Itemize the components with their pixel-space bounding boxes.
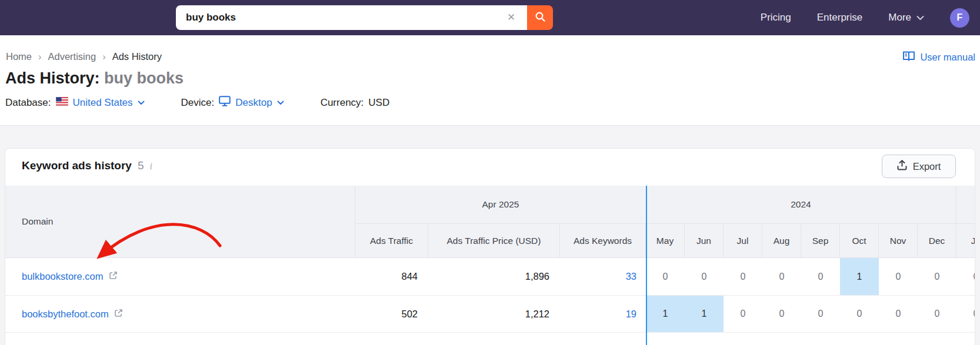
month-cell: 0 xyxy=(956,258,975,295)
month-cell: 0 xyxy=(724,258,762,295)
nav-more-menu[interactable]: More xyxy=(888,12,924,24)
month-cell: 0 xyxy=(801,296,840,332)
group-header-2024: 2024 xyxy=(646,186,956,224)
export-icon xyxy=(897,160,907,173)
user-manual-label: User manual xyxy=(920,52,975,63)
month-cell-highlighted: 1 xyxy=(646,296,685,332)
month-cell: 0 xyxy=(956,296,975,332)
search-input[interactable] xyxy=(176,5,527,30)
table-row: booksbythefoot.com5021,21219110000000 xyxy=(5,295,975,332)
avatar[interactable]: F xyxy=(950,8,969,28)
timeline-divider-line xyxy=(646,186,647,345)
clear-search-icon[interactable]: ✕ xyxy=(505,12,517,24)
ads-traffic-price-cell: 1,896 xyxy=(428,258,560,295)
currency-filter: Currency: USD xyxy=(321,97,390,109)
user-manual-link[interactable]: User manual xyxy=(902,51,975,64)
breadcrumb-separator-icon: › xyxy=(102,51,106,62)
top-navbar: ✕ Pricing Enterprise More F xyxy=(0,0,980,35)
book-icon xyxy=(902,51,915,64)
month-cell: 0 xyxy=(724,296,762,332)
breadcrumb: Home › Advertising › Ads History xyxy=(6,51,162,62)
chevron-down-icon xyxy=(277,101,284,105)
panel-header: Keyword ads history 5 i Export xyxy=(5,149,975,186)
month-cell: 0 xyxy=(685,258,724,295)
info-icon[interactable]: i xyxy=(149,161,152,172)
filter-bar: Database: United States Device: Desktop … xyxy=(5,96,389,109)
column-header-month: Jun xyxy=(685,224,724,257)
search-icon xyxy=(535,11,546,24)
chevron-down-icon xyxy=(916,12,924,23)
group-header-next xyxy=(956,186,975,224)
external-link-icon[interactable] xyxy=(114,309,123,320)
export-button[interactable]: Export xyxy=(882,155,956,178)
nav-link-pricing[interactable]: Pricing xyxy=(761,12,791,24)
domain-cell: booksbythefoot.com xyxy=(5,296,355,332)
column-header-ads-traffic-price-usd-: Ads Traffic Price (USD) xyxy=(428,224,560,257)
month-cell: 0 xyxy=(762,296,801,332)
page-title: Ads History: buy books xyxy=(5,69,184,88)
database-value: United States xyxy=(73,97,133,109)
breadcrumb-separator-icon: › xyxy=(38,51,42,62)
month-cell: 0 xyxy=(646,258,685,295)
panel-title: Keyword ads history xyxy=(22,159,132,172)
month-cell: 0 xyxy=(762,258,801,295)
column-header-month: Sep xyxy=(801,224,840,257)
currency-label: Currency: xyxy=(321,97,364,109)
device-select[interactable]: Desktop xyxy=(219,96,284,109)
month-cell: 0 xyxy=(879,258,918,295)
domain-link[interactable]: bulkbookstore.com xyxy=(22,271,104,282)
breadcrumb-advertising[interactable]: Advertising xyxy=(48,51,96,62)
month-cell-highlighted: 1 xyxy=(840,258,879,295)
page-title-keyword: buy books xyxy=(104,69,184,87)
domain-link[interactable]: booksbythefoot.com xyxy=(22,309,109,320)
column-header-domain: Domain xyxy=(5,186,355,257)
column-header-month: Jul xyxy=(724,224,762,257)
chevron-down-icon xyxy=(138,101,145,105)
ads-keywords-link[interactable]: 19 xyxy=(560,296,646,332)
month-cell: 0 xyxy=(918,296,956,332)
ads-traffic-cell: 844 xyxy=(355,258,428,295)
nav-link-enterprise[interactable]: Enterprise xyxy=(817,12,862,24)
currency-value: USD xyxy=(368,97,389,109)
column-header-month: Aug xyxy=(762,224,801,257)
device-label: Device: xyxy=(181,97,215,109)
month-cell: 0 xyxy=(840,296,879,332)
domain-cell: bulkbookstore.com xyxy=(5,258,355,295)
keyword-ads-history-panel: Keyword ads history 5 i Export DomainApr… xyxy=(5,148,975,345)
ads-history-table: DomainApr 20252024Ads TrafficAds Traffic… xyxy=(5,186,975,345)
device-value: Desktop xyxy=(235,97,272,109)
ads-traffic-price-cell: 1,212 xyxy=(428,296,560,332)
page-title-prefix: Ads History: xyxy=(5,69,100,87)
table-header: DomainApr 20252024Ads TrafficAds Traffic… xyxy=(5,186,975,258)
column-header-month: Nov xyxy=(879,224,918,257)
table-row: bulkbookstore.com8441,89633000001000 xyxy=(5,258,975,295)
column-header-month: Dec xyxy=(918,224,956,257)
column-header-ads-traffic: Ads Traffic xyxy=(355,224,428,257)
database-select[interactable]: United States xyxy=(73,97,145,109)
month-cell: 0 xyxy=(918,258,956,295)
table-row-partial xyxy=(5,332,975,345)
database-label: Database: xyxy=(5,97,51,109)
device-filter: Device: Desktop xyxy=(181,96,284,109)
column-header-month: Oct xyxy=(840,224,879,257)
keyword-search: ✕ xyxy=(176,5,553,30)
breadcrumb-ads-history: Ads History xyxy=(112,51,162,62)
panel-count: 5 xyxy=(138,159,144,172)
ads-keywords-link[interactable]: 33 xyxy=(560,258,646,295)
navbar-links: Pricing Enterprise More F xyxy=(761,0,969,35)
month-cell: 0 xyxy=(801,258,840,295)
search-button[interactable] xyxy=(527,5,553,30)
export-label: Export xyxy=(913,161,941,172)
database-filter: Database: United States xyxy=(5,97,145,109)
month-cell-highlighted: 1 xyxy=(685,296,724,332)
column-header-ads-keywords: Ads Keywords xyxy=(560,224,646,257)
us-flag-icon xyxy=(56,97,68,109)
group-header-apr-2025: Apr 2025 xyxy=(355,186,646,224)
ads-traffic-cell: 502 xyxy=(355,296,428,332)
desktop-icon xyxy=(219,96,231,109)
breadcrumb-home[interactable]: Home xyxy=(6,51,32,62)
column-header-month: May xyxy=(646,224,685,257)
month-cell: 0 xyxy=(879,296,918,332)
external-link-icon[interactable] xyxy=(109,271,118,282)
column-header-month: Ja xyxy=(956,224,975,257)
